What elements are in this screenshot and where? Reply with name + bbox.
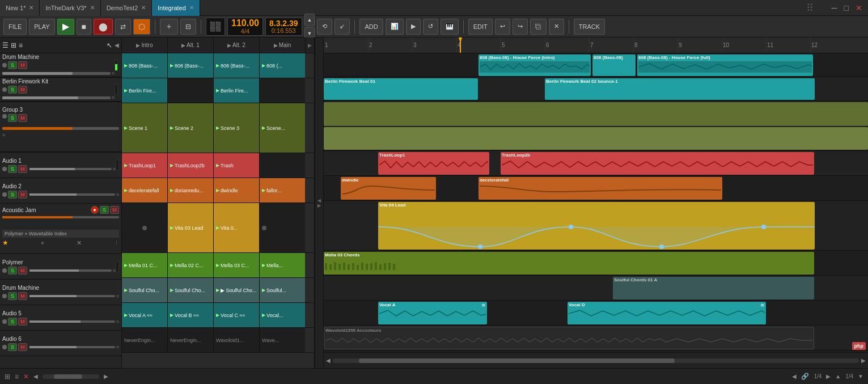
scene-acoustic-alt2[interactable]: ▶ Vita 0... xyxy=(214,203,260,252)
scene-group3-main[interactable]: ▶ Scene... xyxy=(260,103,305,153)
bottom-add-icon[interactable]: ⊞ xyxy=(5,373,10,381)
tab-inthedark[interactable]: InTheDark V3* ✕ xyxy=(40,0,100,16)
scenes-overflow[interactable]: ▶ xyxy=(305,37,314,53)
tab-integrated[interactable]: Integrated ✕ xyxy=(152,0,200,16)
clip-vita04[interactable]: Vita 04 Lead xyxy=(378,202,815,250)
status-group3[interactable] xyxy=(2,114,7,119)
bottom-scrollbar-left[interactable] xyxy=(43,374,99,379)
bottom-x-icon[interactable]: ✕ xyxy=(23,373,29,381)
undo2-button[interactable]: ↪ xyxy=(513,19,528,35)
scroll-left-button[interactable]: ◀ xyxy=(326,357,331,364)
scene-drum2-main[interactable]: ▶ Soulful... xyxy=(260,278,305,302)
undo-button[interactable]: ↩ xyxy=(495,19,510,35)
solo-audio5[interactable]: S xyxy=(8,318,17,326)
scene-berlin-alt2[interactable]: ▶ Berlin Fire... xyxy=(214,78,260,103)
scene-polymer-intro[interactable]: ▶ Mella 01 C... xyxy=(122,253,168,277)
scene-polymer-alt2[interactable]: ▶ Mella 03 C... xyxy=(214,253,260,277)
scene-drum2-alt2[interactable]: ▶ ▶ Soulful Cho... xyxy=(214,278,260,302)
bottom-scroll-left[interactable]: ◀ xyxy=(33,373,38,379)
bottom-scroll-right2[interactable]: ▶ xyxy=(104,373,108,379)
vol-audio5[interactable] xyxy=(29,320,115,323)
status-audio2[interactable] xyxy=(2,192,7,197)
scene-audio2-alt2[interactable]: ▶ dwindle xyxy=(214,178,260,202)
vol-polymer[interactable] xyxy=(29,269,112,272)
track-status-dot[interactable] xyxy=(2,63,7,67)
scene-group3-alt1[interactable]: ▶ Scene 2 xyxy=(168,103,214,153)
scene-polymer-main[interactable]: ▶ Mella... xyxy=(260,253,305,277)
scene-audio5-main[interactable]: ▶ Vocal... xyxy=(260,303,305,327)
menu-group3[interactable]: ≡ xyxy=(2,132,5,138)
play-main-icon[interactable]: ▶ xyxy=(274,43,278,48)
scrollbar-thumb[interactable] xyxy=(359,358,675,363)
tl-list-icon[interactable]: ≡ xyxy=(19,41,23,49)
tab-demotest2[interactable]: DemoTest2 ✕ xyxy=(101,0,153,16)
vol-drum2[interactable] xyxy=(29,295,115,297)
solo-audio2[interactable]: S xyxy=(8,191,17,199)
play-alt2-icon[interactable]: ▶ xyxy=(227,43,231,48)
scene-berlin-main[interactable] xyxy=(260,78,305,103)
maximize-button[interactable]: □ xyxy=(844,3,849,12)
zoom-down[interactable]: ▼ xyxy=(858,373,863,379)
scene-audio2-main[interactable]: ▶ fallor... xyxy=(260,178,305,202)
add-track-button[interactable]: ＋ xyxy=(160,19,178,35)
scene-audio2-alt1[interactable]: ▶ dorianredu... xyxy=(168,178,214,202)
arr-scroll-right[interactable]: ▶ xyxy=(826,373,831,379)
scene-drum-alt1[interactable]: ▶ 808 (Bass-... xyxy=(168,53,214,78)
nudge-up[interactable]: ▲ xyxy=(304,14,315,26)
punch-in[interactable]: ↙ xyxy=(335,19,350,35)
mute-audio1[interactable]: M xyxy=(18,165,27,173)
chart-button[interactable]: 📊 xyxy=(386,19,404,35)
scene-drum-main[interactable]: ▶ 808 (... xyxy=(260,53,305,78)
menu-acoustic[interactable]: ⋮ xyxy=(114,240,119,246)
play-label-button[interactable]: PLAY xyxy=(29,19,54,35)
tl-menu-icon[interactable]: ☰ xyxy=(2,41,9,49)
track-button[interactable]: TRACK xyxy=(574,19,605,35)
clip-soulful[interactable]: Soulful Chords 01 A xyxy=(613,277,814,299)
zoom-up[interactable]: ▲ xyxy=(835,373,841,379)
play-intro-icon[interactable]: ▶ xyxy=(136,43,140,48)
scroll-right-button[interactable]: ▶ xyxy=(861,357,866,364)
scene-berlin-alt1[interactable] xyxy=(168,78,214,103)
arrangement-ruler[interactable]: 1 2 3 4 5 6 7 8 9 10 11 12 xyxy=(324,37,868,53)
scene-drum2-alt1[interactable]: ▶ Soulful Cho... xyxy=(168,278,214,302)
clip-decelerate[interactable]: deceleratefall xyxy=(479,177,722,200)
vol-audio1[interactable] xyxy=(29,168,112,170)
mute-audio2[interactable]: M xyxy=(18,191,27,199)
horizontal-scrollbar[interactable] xyxy=(333,358,859,363)
clip-group3-top[interactable] xyxy=(324,102,868,126)
edit-button[interactable]: EDIT xyxy=(468,19,493,35)
scene-audio6-main[interactable]: Wave... xyxy=(260,328,305,352)
mute-button-drum[interactable]: M xyxy=(18,61,27,69)
menu-audio2[interactable]: ≡ xyxy=(116,192,119,197)
vol-acoustic[interactable] xyxy=(2,216,119,218)
link-icon[interactable]: 🔗 xyxy=(801,373,809,380)
rec-acoustic[interactable]: ● xyxy=(91,206,99,214)
clip-launch-button[interactable]: ⬡ xyxy=(133,19,150,35)
add-button[interactable]: ADD xyxy=(359,19,383,35)
tl-grid-icon[interactable]: ⊞ xyxy=(11,41,16,49)
close-window-button[interactable]: ✕ xyxy=(856,3,862,12)
bottom-scroll-thumb-left[interactable] xyxy=(54,374,82,379)
scene-drum-alt2[interactable]: ▶ 808 (Bass-... xyxy=(214,53,260,78)
redo-button[interactable]: ↺ xyxy=(423,19,438,35)
clip-wavoloid[interactable]: Wavoloid1955 Acccolours xyxy=(324,327,814,349)
star-icon[interactable]: ★ xyxy=(2,239,9,247)
play-button[interactable]: ▶ xyxy=(57,19,74,35)
fold-button[interactable]: ⊟ xyxy=(180,19,196,35)
clip-berlin-beat02[interactable]: Berlin Firework Beat 02 bounce-1 xyxy=(545,78,815,100)
stop-button[interactable]: ■ xyxy=(77,19,91,35)
clip-808-full[interactable]: 808 (Bass-08) - House Force (full) xyxy=(637,54,813,76)
clip-berlin-beat01[interactable]: Berlin Firework Beat 01 xyxy=(324,78,478,100)
scene-audio1-alt2[interactable]: ▶ Trash xyxy=(214,153,260,178)
clip-808-intro[interactable]: 808 (Bass-08) - House Force (intro) xyxy=(479,54,591,76)
clip-group3-bottom[interactable] xyxy=(324,127,868,150)
scene-acoustic-intro[interactable] xyxy=(122,203,168,252)
tab-integrated-close[interactable]: ✕ xyxy=(189,5,194,11)
file-button[interactable]: FILE xyxy=(3,19,27,35)
menu-audio6[interactable]: ≡ xyxy=(116,344,119,350)
scene-audio1-main[interactable] xyxy=(260,153,305,178)
status-audio1[interactable] xyxy=(2,167,7,171)
arr-scroll-left[interactable]: ◀ xyxy=(792,373,797,379)
solo-group3[interactable]: S xyxy=(8,114,17,122)
status-audio6[interactable] xyxy=(2,345,7,349)
